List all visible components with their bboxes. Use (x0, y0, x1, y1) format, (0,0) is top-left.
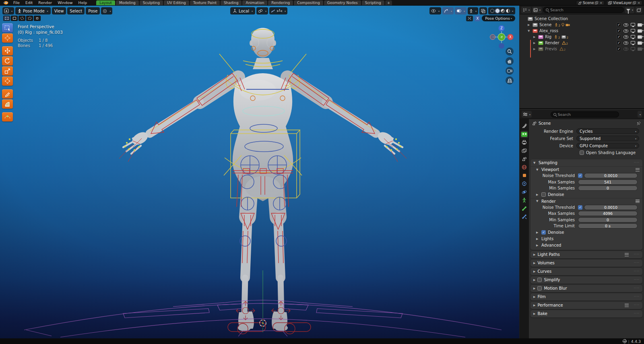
measure-tool[interactable] (2, 99, 13, 109)
properties-options-button[interactable] (638, 111, 642, 117)
hide-viewport-icon[interactable] (623, 35, 628, 39)
shading-solid-button[interactable] (495, 9, 500, 13)
outliner-row-previs[interactable]: ▶ Previs 2 (520, 46, 644, 52)
disable-viewport-icon[interactable] (631, 29, 635, 32)
workspace-tab-modeling[interactable]: Modeling (116, 0, 139, 5)
pose-options-panel[interactable]: Pose Options (482, 15, 515, 21)
tab-scene[interactable] (520, 155, 528, 163)
min-samples-field[interactable]: 0 (578, 185, 638, 191)
render-noise-threshold-checkbox[interactable] (578, 205, 582, 210)
toggle-xray-button[interactable] (479, 7, 487, 14)
panel-grip[interactable]: ···· (634, 270, 640, 273)
select-menu[interactable]: Select (67, 7, 85, 14)
workspace-tab-texture-paint[interactable]: Texture Paint (190, 0, 220, 5)
outliner-search[interactable] (543, 7, 624, 13)
scene-selector[interactable]: Scene × (576, 0, 605, 5)
disable-viewport-icon[interactable] (631, 35, 635, 38)
volumes-panel-header[interactable]: ▶ Volumes ···· (530, 260, 642, 267)
exclude-checkbox[interactable] (617, 35, 621, 39)
editor-type-button[interactable] (2, 7, 14, 14)
select-circle-button[interactable] (19, 16, 25, 21)
disable-render-icon[interactable] (638, 41, 642, 45)
render-noise-threshold-field[interactable]: 0.0010 (584, 205, 638, 210)
overlays-dropdown[interactable] (455, 7, 466, 14)
noise-threshold-checkbox[interactable] (578, 173, 582, 178)
outliner-search-input[interactable] (550, 8, 621, 12)
menu-help[interactable]: Help (76, 0, 90, 5)
properties-search-input[interactable] (558, 112, 616, 117)
select-extend-button[interactable] (34, 16, 41, 21)
shading-rendered-button[interactable] (506, 9, 510, 13)
move-tool[interactable] (2, 46, 13, 56)
sampling-viewport-header[interactable]: ▼ Viewport (530, 166, 642, 173)
hide-viewport-icon[interactable] (623, 29, 628, 33)
advanced-subpanel[interactable]: ▶ Advanced (530, 242, 642, 249)
gizmos-dropdown[interactable] (442, 7, 454, 14)
render-min-samples-field[interactable]: 0 (578, 217, 638, 222)
panel-grip[interactable]: ···· (634, 161, 640, 165)
menu-edit[interactable]: Edit (23, 0, 35, 5)
workspace-tab-uv-editing[interactable]: UV Editing (164, 0, 189, 5)
motion-blur-panel-header[interactable]: ▶ Motion Blur ···· (530, 285, 642, 292)
viewport-denoise-row[interactable]: ▶ Denoise (530, 192, 642, 198)
outliner-row-render[interactable]: ▶ Render 2 (520, 40, 644, 46)
osl-checkbox[interactable] (580, 150, 584, 155)
workspace-tab-sculpting[interactable]: Sculpting (140, 0, 163, 5)
hide-viewport-icon[interactable] (623, 23, 628, 27)
tab-bone-constraints[interactable] (520, 213, 528, 220)
menu-window[interactable]: Window (55, 0, 75, 5)
scale-tool[interactable] (2, 66, 13, 76)
mode-dropdown[interactable]: Pose Mode (15, 7, 51, 14)
exclude-checkbox[interactable] (617, 29, 621, 33)
tab-view-layer[interactable] (520, 147, 528, 154)
hide-viewport-icon[interactable] (623, 41, 628, 45)
snapping-dropdown[interactable] (256, 7, 268, 14)
tab-tool[interactable] (520, 122, 528, 130)
3d-viewport[interactable]: Pose Mode View Select Pose Local (0, 6, 519, 338)
render-max-samples-field[interactable]: 4096 (578, 211, 638, 216)
pose-menu[interactable]: Pose (86, 7, 100, 14)
workspace-tab-rendering[interactable]: Rendering (268, 0, 293, 5)
transform-orientation-dropdown[interactable]: Local (230, 7, 255, 14)
menu-file[interactable]: File (10, 0, 23, 5)
device-select[interactable]: GPU Compute (576, 143, 639, 148)
outliner-display-mode-button[interactable] (532, 7, 542, 13)
view-menu[interactable]: View (52, 7, 66, 14)
disable-viewport-icon[interactable] (631, 47, 635, 50)
transform-pivot-button[interactable] (101, 7, 112, 14)
workspace-tab-layout[interactable]: Layout (96, 0, 115, 5)
render-denoise-checkbox[interactable] (541, 230, 546, 235)
viewport-denoise-checkbox[interactable] (541, 192, 546, 197)
workspace-tab-animation[interactable]: Animation (242, 0, 267, 5)
sampling-panel-header[interactable]: ▼ Sampling ···· (530, 159, 642, 166)
disable-render-icon[interactable] (638, 47, 642, 51)
shading-material-button[interactable] (501, 9, 505, 13)
feature-set-select[interactable]: Supported (576, 136, 639, 141)
motion-blur-checkbox[interactable] (537, 286, 542, 290)
pose-breakdowner-tool[interactable] (2, 112, 13, 122)
workspace-tab-shading[interactable]: Shading (221, 0, 242, 5)
outliner-row-rig[interactable]: ▶ Rig 2 2 (520, 34, 644, 40)
panel-grip[interactable]: ···· (634, 261, 640, 265)
shading-wireframe-button[interactable] (490, 9, 494, 13)
outliner-row-alex-ross[interactable]: ▼ Alex_ross (520, 28, 644, 34)
performance-panel-header[interactable]: ▶ Performance ···· (530, 302, 642, 309)
gizmo-z-neg-axis[interactable] (499, 43, 504, 49)
panel-grip[interactable]: ···· (634, 253, 640, 256)
network-globe-icon[interactable] (623, 339, 627, 343)
rotate-tool[interactable] (2, 56, 13, 66)
exclude-checkbox[interactable] (617, 47, 621, 51)
panel-grip[interactable]: ···· (634, 303, 640, 307)
tab-object-data[interactable] (520, 197, 528, 204)
panel-grip[interactable]: ···· (634, 295, 640, 299)
film-panel-header[interactable]: ▶ Film ···· (530, 293, 642, 301)
navigation-gizmo[interactable]: Z X -Y (488, 23, 515, 51)
select-box-tool[interactable] (2, 23, 13, 33)
outliner-filter-button[interactable] (625, 7, 634, 13)
ortho-grid-icon[interactable] (506, 76, 514, 84)
transform-tool[interactable] (2, 76, 13, 86)
properties-search[interactable] (551, 111, 619, 117)
copy-scene-icon[interactable] (595, 1, 598, 4)
disable-render-icon[interactable] (638, 35, 642, 39)
workspace-tab-geometry-nodes[interactable]: Geometry Nodes (324, 0, 361, 5)
